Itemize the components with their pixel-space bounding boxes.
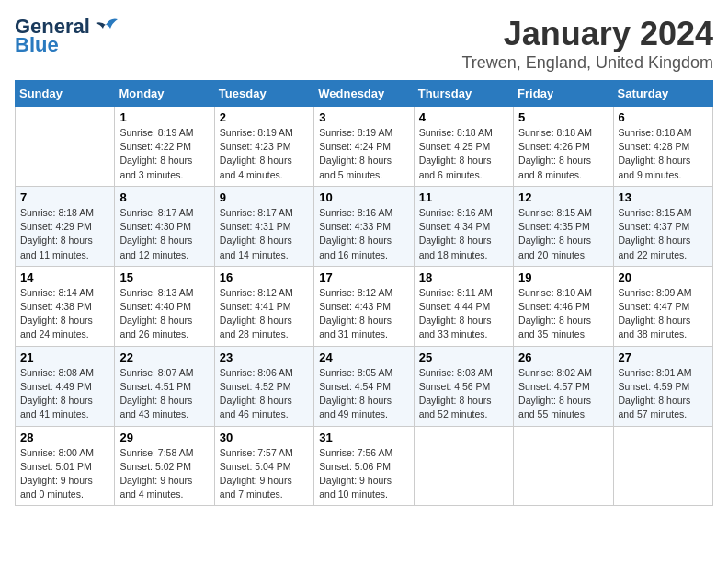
- day-info: Sunrise: 8:07 AM Sunset: 4:51 PM Dayligh…: [119, 366, 209, 422]
- day-info: Sunrise: 8:10 AM Sunset: 4:46 PM Dayligh…: [518, 286, 608, 342]
- day-info: Sunrise: 8:11 AM Sunset: 4:44 PM Dayligh…: [419, 286, 508, 342]
- calendar-cell: 25Sunrise: 8:03 AM Sunset: 4:56 PM Dayli…: [414, 346, 513, 426]
- calendar-cell: [414, 426, 513, 506]
- day-info: Sunrise: 8:01 AM Sunset: 4:59 PM Dayligh…: [619, 366, 708, 422]
- day-info: Sunrise: 8:09 AM Sunset: 4:47 PM Dayligh…: [619, 286, 708, 342]
- day-number: 28: [20, 431, 109, 444]
- calendar-week-row: 28Sunrise: 8:00 AM Sunset: 5:01 PM Dayli…: [16, 426, 713, 506]
- day-number: 15: [119, 270, 209, 284]
- day-info: Sunrise: 8:08 AM Sunset: 4:49 PM Dayligh…: [20, 366, 109, 422]
- day-info: Sunrise: 8:16 AM Sunset: 4:33 PM Dayligh…: [319, 206, 408, 262]
- weekday-header-tuesday: Tuesday: [214, 81, 313, 107]
- day-info: Sunrise: 8:06 AM Sunset: 4:52 PM Dayligh…: [220, 366, 309, 422]
- day-info: Sunrise: 8:03 AM Sunset: 4:56 PM Dayligh…: [419, 366, 508, 422]
- calendar-cell: 28Sunrise: 8:00 AM Sunset: 5:01 PM Dayli…: [16, 426, 115, 506]
- calendar-week-row: 14Sunrise: 8:14 AM Sunset: 4:38 PM Dayli…: [16, 266, 713, 346]
- weekday-header-thursday: Thursday: [414, 81, 513, 107]
- day-info: Sunrise: 8:12 AM Sunset: 4:41 PM Dayligh…: [220, 286, 309, 342]
- day-info: Sunrise: 7:58 AM Sunset: 5:02 PM Dayligh…: [119, 446, 209, 502]
- day-number: 5: [518, 110, 608, 124]
- day-number: 26: [518, 350, 608, 364]
- day-info: Sunrise: 8:18 AM Sunset: 4:25 PM Dayligh…: [419, 126, 508, 182]
- calendar-cell: 23Sunrise: 8:06 AM Sunset: 4:52 PM Dayli…: [214, 346, 313, 426]
- day-info: Sunrise: 8:15 AM Sunset: 4:37 PM Dayligh…: [619, 206, 708, 262]
- calendar-cell: [16, 107, 115, 187]
- calendar-cell: 19Sunrise: 8:10 AM Sunset: 4:46 PM Dayli…: [514, 266, 613, 346]
- calendar-cell: 22Sunrise: 8:07 AM Sunset: 4:51 PM Dayli…: [115, 346, 214, 426]
- day-number: 16: [220, 270, 309, 284]
- day-number: 6: [619, 110, 708, 124]
- day-number: 24: [319, 350, 408, 364]
- day-info: Sunrise: 8:16 AM Sunset: 4:34 PM Dayligh…: [419, 206, 508, 262]
- title-area: January 2024 Trewen, England, United Kin…: [462, 15, 714, 73]
- day-number: 3: [319, 110, 408, 124]
- day-info: Sunrise: 8:19 AM Sunset: 4:24 PM Dayligh…: [319, 126, 408, 182]
- calendar-cell: [514, 426, 613, 506]
- day-number: 20: [619, 270, 708, 284]
- day-number: 19: [518, 270, 608, 284]
- day-info: Sunrise: 8:19 AM Sunset: 4:23 PM Dayligh…: [220, 126, 309, 182]
- page-header: General Blue January 2024 Trewen, Englan…: [15, 15, 713, 73]
- calendar-cell: 7Sunrise: 8:18 AM Sunset: 4:29 PM Daylig…: [16, 186, 115, 266]
- calendar-week-row: 21Sunrise: 8:08 AM Sunset: 4:49 PM Dayli…: [16, 346, 713, 426]
- calendar-cell: 29Sunrise: 7:58 AM Sunset: 5:02 PM Dayli…: [115, 426, 214, 506]
- calendar-subtitle: Trewen, England, United Kingdom: [462, 53, 714, 73]
- weekday-header-sunday: Sunday: [16, 81, 115, 107]
- calendar-cell: 2Sunrise: 8:19 AM Sunset: 4:23 PM Daylig…: [214, 107, 313, 187]
- logo-bird-icon: [92, 16, 119, 36]
- calendar-cell: 13Sunrise: 8:15 AM Sunset: 4:37 PM Dayli…: [613, 186, 712, 266]
- calendar-cell: 3Sunrise: 8:19 AM Sunset: 4:24 PM Daylig…: [314, 107, 414, 187]
- calendar-cell: 27Sunrise: 8:01 AM Sunset: 4:59 PM Dayli…: [613, 346, 712, 426]
- weekday-header-monday: Monday: [115, 81, 214, 107]
- calendar-cell: 11Sunrise: 8:16 AM Sunset: 4:34 PM Dayli…: [414, 186, 513, 266]
- calendar-title: January 2024: [462, 15, 714, 53]
- day-number: 12: [518, 190, 608, 204]
- calendar-cell: 24Sunrise: 8:05 AM Sunset: 4:54 PM Dayli…: [314, 346, 414, 426]
- day-number: 2: [220, 110, 309, 124]
- calendar-cell: 31Sunrise: 7:56 AM Sunset: 5:06 PM Dayli…: [314, 426, 414, 506]
- calendar-week-row: 1Sunrise: 8:19 AM Sunset: 4:22 PM Daylig…: [16, 107, 713, 187]
- weekday-header-saturday: Saturday: [613, 81, 712, 107]
- day-number: 30: [220, 431, 309, 444]
- calendar-cell: 4Sunrise: 8:18 AM Sunset: 4:25 PM Daylig…: [414, 107, 513, 187]
- calendar-cell: 20Sunrise: 8:09 AM Sunset: 4:47 PM Dayli…: [613, 266, 712, 346]
- weekday-header-wednesday: Wednesday: [314, 81, 414, 107]
- day-number: 10: [319, 190, 408, 204]
- calendar-cell: 9Sunrise: 8:17 AM Sunset: 4:31 PM Daylig…: [214, 186, 313, 266]
- day-number: 13: [619, 190, 708, 204]
- day-info: Sunrise: 8:17 AM Sunset: 4:31 PM Dayligh…: [220, 206, 309, 262]
- day-number: 11: [419, 190, 508, 204]
- logo-text-blue: Blue: [15, 33, 59, 57]
- day-info: Sunrise: 8:18 AM Sunset: 4:29 PM Dayligh…: [20, 206, 109, 262]
- calendar-cell: 17Sunrise: 8:12 AM Sunset: 4:43 PM Dayli…: [314, 266, 414, 346]
- day-number: 4: [419, 110, 508, 124]
- day-number: 14: [20, 270, 109, 284]
- calendar-cell: 6Sunrise: 8:18 AM Sunset: 4:28 PM Daylig…: [613, 107, 712, 187]
- day-info: Sunrise: 8:12 AM Sunset: 4:43 PM Dayligh…: [319, 286, 408, 342]
- day-info: Sunrise: 8:18 AM Sunset: 4:28 PM Dayligh…: [619, 126, 708, 182]
- day-info: Sunrise: 8:05 AM Sunset: 4:54 PM Dayligh…: [319, 366, 408, 422]
- day-info: Sunrise: 8:19 AM Sunset: 4:22 PM Dayligh…: [119, 126, 209, 182]
- day-number: 8: [119, 190, 209, 204]
- day-info: Sunrise: 8:00 AM Sunset: 5:01 PM Dayligh…: [20, 446, 109, 502]
- day-number: 29: [119, 431, 209, 444]
- logo: General Blue: [15, 15, 119, 57]
- calendar-cell: 5Sunrise: 8:18 AM Sunset: 4:26 PM Daylig…: [514, 107, 613, 187]
- calendar-cell: 14Sunrise: 8:14 AM Sunset: 4:38 PM Dayli…: [16, 266, 115, 346]
- calendar-week-row: 7Sunrise: 8:18 AM Sunset: 4:29 PM Daylig…: [16, 186, 713, 266]
- day-info: Sunrise: 8:18 AM Sunset: 4:26 PM Dayligh…: [518, 126, 608, 182]
- calendar-cell: 21Sunrise: 8:08 AM Sunset: 4:49 PM Dayli…: [16, 346, 115, 426]
- day-number: 1: [119, 110, 209, 124]
- day-info: Sunrise: 8:14 AM Sunset: 4:38 PM Dayligh…: [20, 286, 109, 342]
- day-number: 31: [319, 431, 408, 444]
- day-number: 18: [419, 270, 508, 284]
- calendar-cell: 18Sunrise: 8:11 AM Sunset: 4:44 PM Dayli…: [414, 266, 513, 346]
- weekday-header-friday: Friday: [514, 81, 613, 107]
- calendar-cell: 26Sunrise: 8:02 AM Sunset: 4:57 PM Dayli…: [514, 346, 613, 426]
- calendar-cell: 1Sunrise: 8:19 AM Sunset: 4:22 PM Daylig…: [115, 107, 214, 187]
- calendar-cell: 15Sunrise: 8:13 AM Sunset: 4:40 PM Dayli…: [115, 266, 214, 346]
- day-number: 27: [619, 350, 708, 364]
- day-number: 21: [20, 350, 109, 364]
- day-number: 25: [419, 350, 508, 364]
- calendar-cell: 10Sunrise: 8:16 AM Sunset: 4:33 PM Dayli…: [314, 186, 414, 266]
